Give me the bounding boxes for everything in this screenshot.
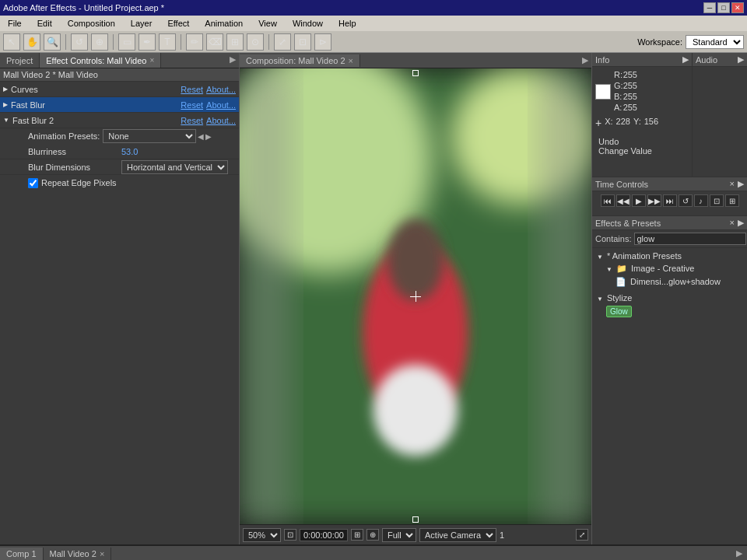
- tool-extra3[interactable]: ⊳: [314, 33, 331, 51]
- preview-alpha-btn[interactable]: ⊕: [366, 529, 379, 541]
- menu-help[interactable]: Help: [334, 17, 361, 30]
- tc-ram-preview[interactable]: ⊡: [710, 194, 724, 207]
- tc-menu[interactable]: ▶: [738, 179, 744, 189]
- tree-glow[interactable]: Glow: [594, 304, 745, 319]
- curves-about[interactable]: About...: [206, 85, 236, 94]
- tc-close[interactable]: ×: [730, 179, 735, 189]
- tool-hand[interactable]: ✋: [23, 33, 40, 51]
- ep-search-input[interactable]: [634, 233, 746, 245]
- svg-point-5: [388, 219, 444, 300]
- effect-row-fast-blur-2[interactable]: ▼ Fast Blur 2 Reset About...: [0, 113, 239, 128]
- fast-blur-reset[interactable]: Reset: [181, 100, 203, 110]
- tool-extra1[interactable]: ⤢: [274, 33, 291, 51]
- timeline-tab-mall-video-close[interactable]: ×: [100, 549, 104, 558]
- anchor-bottom: [412, 516, 419, 523]
- tab-close-effect-controls[interactable]: ×: [149, 56, 154, 65]
- tc-loop[interactable]: ↺: [679, 194, 693, 207]
- menu-edit[interactable]: Edit: [33, 17, 57, 30]
- effect-row-curves[interactable]: ▶ Curves Reset About...: [0, 82, 239, 97]
- tc-play-audio[interactable]: ▶▶: [647, 194, 661, 207]
- panel-menu-btn[interactable]: ▶: [226, 53, 239, 68]
- blur-dimensions-select[interactable]: Horizontal and Vertical: [121, 160, 228, 174]
- tool-stamp[interactable]: ⊞: [226, 33, 244, 51]
- tc-first-frame[interactable]: ⏮: [601, 194, 615, 207]
- repeat-edge-pixels-checkbox[interactable]: [28, 178, 38, 188]
- workspace-select[interactable]: Standard: [686, 35, 744, 49]
- close-button[interactable]: ✕: [731, 2, 744, 13]
- info-content: R: 255 G: 255 B: 255: [592, 67, 692, 162]
- ep-close[interactable]: ×: [730, 218, 735, 228]
- change-value-item[interactable]: Change Value: [598, 146, 686, 156]
- preview-snapshot-btn[interactable]: ⊡: [284, 529, 296, 541]
- tree-glow-shadow[interactable]: 📄 Dimensi...glow+shadow: [594, 275, 745, 289]
- separator-4: [268, 34, 269, 50]
- preview-expand-btn[interactable]: ⤢: [576, 529, 588, 541]
- menu-animation[interactable]: Animation: [200, 17, 247, 30]
- presets-select[interactable]: None: [103, 129, 196, 143]
- ep-tree: ▼ * Animation Presets ▼ 📁 Image - Creati…: [592, 248, 747, 544]
- tab-project[interactable]: Project: [0, 53, 40, 68]
- tc-audio[interactable]: ♪: [694, 194, 708, 207]
- fast-blur-2-about[interactable]: About...: [206, 116, 236, 125]
- tc-options[interactable]: ⊞: [725, 194, 739, 207]
- maximize-button[interactable]: □: [717, 2, 730, 13]
- menu-window[interactable]: Window: [288, 17, 328, 30]
- tc-header: Time Controls × ▶: [592, 177, 747, 191]
- camera-select[interactable]: Active Camera: [419, 528, 496, 542]
- info-panel-menu[interactable]: ▶: [682, 54, 689, 65]
- info-a-value: 255: [623, 103, 637, 112]
- preview-timecode[interactable]: 0:00:00:00: [300, 529, 348, 541]
- curves-reset[interactable]: Reset: [181, 85, 203, 94]
- tree-stylize[interactable]: ▼ Stylize: [594, 292, 745, 304]
- timeline-tab-comp1[interactable]: Comp 1: [0, 548, 44, 560]
- composition-tab-close[interactable]: ×: [349, 56, 353, 65]
- tool-rotate[interactable]: ↺: [71, 33, 88, 51]
- tree-animation-presets[interactable]: ▼ * Animation Presets: [594, 250, 745, 262]
- tab-composition-mall-video-2[interactable]: Composition: Mall Video 2 ×: [240, 54, 360, 67]
- menu-effect[interactable]: Effect: [163, 17, 194, 30]
- tool-brush[interactable]: ✏: [186, 33, 203, 51]
- fast-blur-2-label: Fast Blur 2: [12, 116, 181, 125]
- fast-blur-2-reset[interactable]: Reset: [181, 116, 203, 125]
- quality-select[interactable]: Full: [382, 528, 416, 542]
- left-panel: Project Effect Controls: Mall Video × ▶ …: [0, 53, 240, 544]
- tool-extra2[interactable]: ⊡: [294, 33, 311, 51]
- tab-effect-controls[interactable]: Effect Controls: Mall Video ×: [40, 53, 161, 68]
- zoom-select[interactable]: 50%: [243, 528, 281, 542]
- ep-menu[interactable]: ▶: [738, 218, 744, 228]
- workspace-area: Workspace: Standard: [637, 35, 744, 49]
- tool-pen[interactable]: ✒: [139, 33, 156, 51]
- timeline-tab-mall-video-2[interactable]: Mall Video 2 ×: [44, 548, 112, 560]
- tool-orbit[interactable]: ⊕: [91, 33, 108, 51]
- menu-file[interactable]: File: [3, 17, 26, 30]
- fast-blur-about[interactable]: About...: [206, 100, 236, 110]
- preset-prev-arrow[interactable]: ◀: [198, 132, 204, 141]
- ep-search: Contains:: [592, 230, 747, 248]
- preview-region-btn[interactable]: ⊞: [351, 529, 363, 541]
- menu-view[interactable]: View: [254, 17, 282, 30]
- tool-text[interactable]: T: [159, 33, 176, 51]
- undo-item[interactable]: Undo: [598, 137, 686, 146]
- tc-next-frame[interactable]: ⏭: [663, 194, 677, 207]
- composition-panel-menu[interactable]: ▶: [579, 54, 591, 67]
- xy-area: + X: 228 Y: 156: [595, 117, 689, 129]
- info-r-value: 255: [623, 70, 637, 79]
- tc-play[interactable]: ▶: [632, 194, 646, 207]
- menu-composition[interactable]: Composition: [63, 17, 120, 30]
- tool-zoom[interactable]: 🔍: [44, 33, 61, 51]
- audio-panel-menu[interactable]: ▶: [738, 54, 744, 65]
- tc-prev-frame[interactable]: ◀◀: [616, 194, 630, 207]
- tree-image-creative[interactable]: ▼ 📁 Image - Creative: [594, 262, 745, 275]
- tool-rect[interactable]: ▭: [118, 33, 135, 51]
- timeline-panel-menu[interactable]: ▶: [731, 547, 747, 560]
- effect-row-fast-blur[interactable]: ▶ Fast Blur Reset About...: [0, 97, 239, 113]
- tool-select[interactable]: ↖: [3, 33, 20, 51]
- preset-next-arrow[interactable]: ▶: [205, 132, 212, 141]
- menu-bar: File Edit Composition Layer Effect Anima…: [0, 16, 747, 31]
- tool-eraser[interactable]: ⌫: [206, 33, 223, 51]
- menu-layer[interactable]: Layer: [126, 17, 157, 30]
- blurriness-value[interactable]: 53.0: [121, 147, 138, 156]
- tool-puppet[interactable]: ⊙: [247, 33, 264, 51]
- fast-blur-2-triangle: ▼: [3, 117, 9, 124]
- minimize-button[interactable]: ─: [703, 2, 716, 13]
